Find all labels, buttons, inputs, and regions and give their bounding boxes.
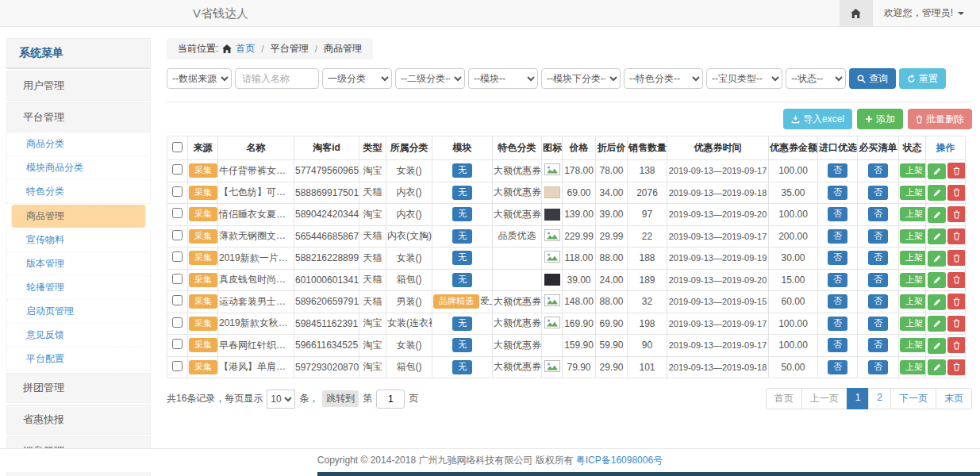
row-checkbox[interactable]: [172, 164, 183, 175]
jump-label: 跳转到: [322, 390, 359, 407]
type-cell: 淘宝: [359, 356, 386, 378]
sidebar-item[interactable]: 商品分类: [6, 132, 151, 156]
import-icon: [791, 115, 800, 124]
delete-button[interactable]: [947, 206, 966, 222]
row-checkbox[interactable]: [172, 295, 183, 305]
sidebar-item[interactable]: 拼团管理: [6, 373, 151, 403]
search-button[interactable]: 查询: [849, 68, 896, 89]
import-no-badge: 否: [828, 186, 847, 200]
edit-button[interactable]: [928, 294, 946, 310]
row-checkbox[interactable]: [172, 251, 183, 262]
pager-item[interactable]: 下一页: [890, 388, 936, 409]
row-checkbox[interactable]: [172, 361, 183, 371]
delete-button[interactable]: [947, 359, 966, 375]
sidebar-item[interactable]: 轮播管理: [6, 276, 151, 300]
breadcrumb-home-link[interactable]: 首页: [236, 42, 255, 56]
sidebar-item[interactable]: 启动页管理: [6, 300, 151, 324]
icon-cell: [542, 356, 563, 378]
sales-cell: 90: [628, 335, 667, 357]
status-cell: 上架: [899, 335, 926, 357]
source-badge: 采集: [189, 207, 217, 221]
item-type-select[interactable]: --宝贝类型--: [706, 68, 782, 89]
sidebar-item[interactable]: 宣传物料: [6, 228, 151, 252]
jump-page-input[interactable]: [376, 390, 405, 409]
delete-button[interactable]: [947, 316, 966, 332]
level2-category-select[interactable]: --二级分类--: [395, 68, 465, 89]
add-button[interactable]: 添加: [857, 109, 903, 129]
refresh-icon: [907, 75, 916, 83]
edit-icon: [933, 167, 941, 175]
price-cell: 79.90: [563, 356, 596, 378]
icp-link[interactable]: 粤ICP备16098006号: [576, 454, 663, 467]
batch-delete-button[interactable]: 批量删除: [908, 109, 972, 129]
sidebar-item[interactable]: 特色分类: [6, 180, 151, 204]
row-checkbox[interactable]: [172, 339, 183, 349]
pager-item[interactable]: 上一页: [801, 388, 847, 409]
edit-button[interactable]: [928, 316, 946, 332]
row-checkbox[interactable]: [172, 274, 183, 284]
sales-cell: 2076: [628, 182, 667, 204]
edit-button[interactable]: [928, 251, 946, 267]
row-checkbox[interactable]: [172, 230, 183, 240]
table-row: 采集薄款无钢圈文胸聚拢性...565446685867天猫内衣(文胸)无品质优选…: [167, 225, 966, 248]
edit-button[interactable]: [928, 272, 946, 288]
sidebar-item[interactable]: 商品管理: [11, 205, 146, 228]
row-checkbox-cell: [167, 313, 188, 335]
edit-button[interactable]: [928, 163, 946, 179]
taoke-id-cell: 588869917501: [294, 182, 359, 204]
import-excel-button[interactable]: 导入excel: [783, 109, 852, 129]
data-source-select[interactable]: --数据来源--: [167, 68, 232, 89]
page-size-select[interactable]: 10: [267, 390, 295, 409]
module-cell: 无: [432, 248, 493, 270]
delete-button[interactable]: [947, 294, 966, 309]
discount-price-cell: 78.00: [596, 160, 628, 182]
delete-button[interactable]: [947, 272, 966, 288]
module-none-badge: 无: [452, 229, 472, 244]
select-all-checkbox[interactable]: [172, 142, 183, 152]
row-checkbox[interactable]: [172, 186, 183, 197]
col-header-checkbox: [167, 136, 188, 160]
pager-item[interactable]: 2: [868, 388, 891, 409]
home-button[interactable]: [840, 0, 873, 26]
trash-icon: [953, 298, 960, 306]
delete-button[interactable]: [947, 185, 966, 201]
sidebar-item[interactable]: 意见反馈: [6, 324, 151, 347]
edit-button[interactable]: [928, 359, 946, 375]
trash-icon: [953, 232, 960, 240]
delete-button[interactable]: [947, 228, 966, 244]
level1-category-select[interactable]: 一级分类: [322, 68, 392, 89]
edit-button[interactable]: [928, 338, 946, 354]
pager-item[interactable]: 首页: [766, 388, 802, 409]
name-search-input[interactable]: [235, 68, 319, 89]
pager-item[interactable]: 末页: [936, 388, 972, 409]
module-subcategory-select[interactable]: --模块下分类--: [541, 68, 621, 89]
type-cell: 淘宝: [359, 313, 386, 335]
reset-button[interactable]: 重置: [899, 68, 946, 89]
edit-button[interactable]: [928, 228, 946, 244]
pager-item[interactable]: 1: [847, 388, 870, 409]
sidebar-item[interactable]: 模块商品分类: [6, 156, 151, 180]
row-checkbox[interactable]: [172, 317, 183, 328]
edit-button[interactable]: [928, 207, 946, 223]
table-row: 采集【港风】单肩斜跨链条...597293020870淘宝箱包()无大额优惠券7…: [167, 356, 966, 378]
sidebar-item[interactable]: 省惠快报: [6, 405, 151, 435]
delete-button[interactable]: [947, 337, 966, 353]
edit-button[interactable]: [928, 185, 946, 201]
taoke-id-cell: 598451162391: [294, 313, 359, 335]
user-menu[interactable]: 欢迎您，管理员!: [873, 6, 980, 20]
feature-category-select[interactable]: --特色分类--: [624, 68, 703, 89]
name-cell: 【七色纺】可爱纯棉家...: [218, 182, 294, 204]
taoke-id-cell: 588216228899: [294, 248, 359, 270]
sidebar-item[interactable]: 版本管理: [6, 252, 151, 276]
module-select[interactable]: --模块--: [468, 68, 538, 89]
delete-button[interactable]: [947, 163, 966, 178]
status-select[interactable]: --状态--: [786, 68, 846, 89]
sidebar-item[interactable]: 用户管理: [6, 71, 151, 101]
sidebar-item[interactable]: 平台管理: [6, 102, 151, 132]
sidebar-item[interactable]: 平台配置: [6, 347, 151, 371]
status-on-sale-badge: 上架: [900, 207, 926, 221]
must-buy-cell: 否: [858, 204, 899, 226]
delete-button[interactable]: [947, 250, 966, 266]
module-none-badge: 无: [452, 207, 472, 221]
row-checkbox[interactable]: [172, 208, 183, 218]
